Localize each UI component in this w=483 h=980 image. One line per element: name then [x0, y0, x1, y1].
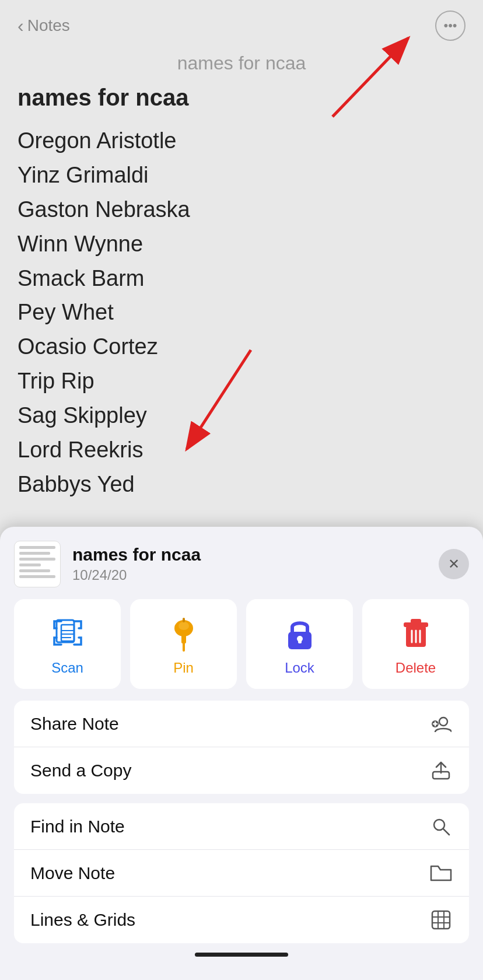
name-item: Winn Wynne [18, 227, 466, 261]
lines-grids-item[interactable]: Lines & Grids [14, 897, 469, 943]
menu-section-2: Find in Note Move Note Lines & Grids [14, 803, 469, 943]
sheet-note-info: names for ncaa 10/24/20 [72, 545, 427, 583]
name-item: Gaston Nebraska [18, 192, 466, 227]
delete-label: Delete [396, 660, 436, 676]
svg-rect-13 [183, 618, 185, 622]
name-item: Yinz Grimaldi [18, 158, 466, 192]
note-bg-title: names for ncaa [18, 52, 466, 74]
svg-rect-19 [411, 619, 421, 624]
share-note-item[interactable]: Share Note [14, 701, 469, 747]
name-item: Pey Whet [18, 295, 466, 330]
name-item: Sag Skippley [18, 398, 466, 433]
sheet-note-date: 10/24/20 [72, 567, 427, 583]
name-item: Ocasio Cortez [18, 330, 466, 364]
close-icon: ✕ [448, 556, 460, 572]
move-note-label: Move Note [30, 863, 115, 883]
lock-button[interactable]: Lock [246, 599, 353, 689]
share-note-icon [429, 712, 453, 736]
scan-button[interactable]: Scan [14, 599, 121, 689]
svg-rect-31 [432, 911, 450, 929]
lock-label: Lock [285, 660, 314, 676]
home-indicator [195, 953, 288, 957]
chevron-left-icon: ‹ [18, 15, 24, 37]
note-names-list: Oregon Aristotle Yinz Grimaldi Gaston Ne… [18, 124, 466, 502]
sheet-note-title: names for ncaa [72, 545, 427, 565]
bottom-sheet: names for ncaa 10/24/20 ✕ [0, 527, 483, 980]
share-note-label: Share Note [30, 714, 119, 734]
folder-icon [429, 862, 453, 885]
name-item: Oregon Aristotle [18, 124, 466, 158]
delete-button[interactable]: Delete [362, 599, 469, 689]
back-label: Notes [27, 16, 70, 35]
send-copy-item[interactable]: Send a Copy [14, 747, 469, 794]
pin-label: Pin [173, 660, 194, 676]
pin-icon [166, 615, 202, 652]
note-thumbnail [14, 541, 61, 587]
svg-rect-16 [298, 639, 302, 643]
svg-point-23 [439, 718, 447, 726]
more-button[interactable]: ••• [435, 10, 466, 41]
send-copy-icon [429, 759, 453, 782]
svg-point-12 [178, 622, 189, 630]
name-item: Trip Rip [18, 364, 466, 398]
pin-button[interactable]: Pin [130, 599, 237, 689]
move-note-item[interactable]: Move Note [14, 850, 469, 897]
sheet-header: names for ncaa 10/24/20 ✕ [0, 527, 483, 599]
scan-icon [50, 615, 86, 652]
note-main-title: names for ncaa [18, 85, 466, 111]
action-row: Scan Pin [0, 599, 483, 701]
name-item: Lord Reekris [18, 433, 466, 467]
menu-section-1: Share Note Send a Copy [14, 701, 469, 794]
lines-grids-label: Lines & Grids [30, 910, 135, 930]
send-copy-label: Send a Copy [30, 761, 131, 780]
search-icon [429, 815, 453, 838]
delete-icon [398, 615, 434, 652]
lock-icon [282, 615, 318, 652]
svg-rect-10 [181, 635, 186, 643]
more-icon: ••• [443, 18, 457, 33]
back-button[interactable]: ‹ Notes [18, 15, 70, 37]
grid-icon [429, 908, 453, 932]
scan-label: Scan [51, 660, 83, 676]
name-item: Babbys Yed [18, 467, 466, 502]
close-button[interactable]: ✕ [439, 549, 469, 579]
name-item: Smack Barm [18, 261, 466, 296]
notes-background: ‹ Notes ••• names for ncaa names for nca… [0, 0, 483, 408]
svg-rect-5 [61, 625, 74, 641]
find-in-note-label: Find in Note [30, 817, 125, 836]
notes-header: ‹ Notes ••• [18, 0, 466, 47]
find-in-note-item[interactable]: Find in Note [14, 803, 469, 850]
svg-line-30 [443, 829, 449, 835]
